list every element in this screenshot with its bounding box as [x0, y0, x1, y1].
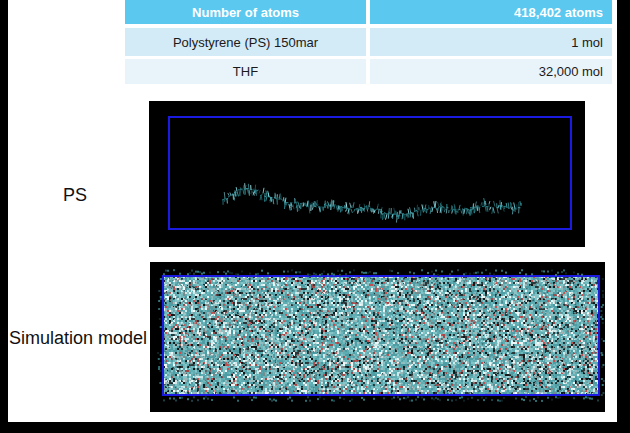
cell-species: Polystyrene (PS) 150mar: [125, 28, 366, 56]
table-row: Polystyrene (PS) 150mar 1 mol: [125, 28, 612, 56]
bottom-black-bar: [0, 422, 630, 433]
right-black-bar: [617, 0, 630, 433]
simulation-model-label: Simulation model: [5, 327, 151, 349]
composition-table: Number of atoms 418,402 atoms Polystyren…: [125, 0, 612, 84]
cell-amount: 32,000 mol: [370, 59, 612, 84]
cell-amount: 1 mol: [370, 28, 612, 56]
simulation-model-render: [150, 262, 605, 412]
ps-figure-label: PS: [0, 184, 150, 206]
left-black-bar: [0, 0, 8, 433]
header-cell-species: Number of atoms: [125, 0, 366, 24]
table-row: THF 32,000 mol: [125, 59, 612, 84]
table-header-row: Number of atoms 418,402 atoms: [125, 0, 612, 24]
slide-canvas: Number of atoms 418,402 atoms Polystyren…: [0, 0, 630, 433]
header-cell-count: 418,402 atoms: [370, 0, 612, 24]
ps-chain-render: [149, 101, 585, 247]
cell-species: THF: [125, 59, 366, 84]
